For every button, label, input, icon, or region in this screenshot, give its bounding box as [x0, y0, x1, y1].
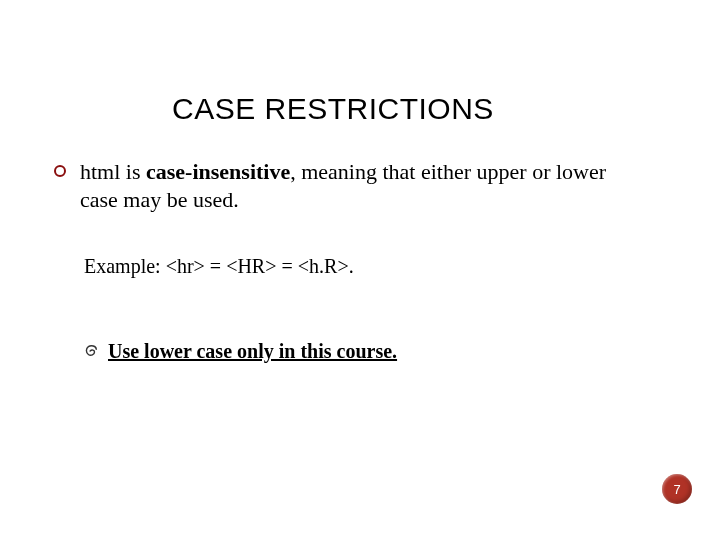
bullet-pre: html is	[80, 159, 146, 184]
page-number-badge: 7	[662, 474, 692, 504]
ring-bullet-icon	[54, 165, 66, 177]
slide-title: CASE RESTRICTIONS	[48, 0, 672, 126]
bullet-bold: case-insensitive	[146, 159, 290, 184]
example-text: Example: <hr> = <HR> = <h.R>.	[54, 213, 672, 278]
bullet-item: html is case-insensitive, meaning that e…	[54, 158, 672, 213]
sub-bullet-text: Use lower case only in this course.	[108, 340, 397, 363]
slide: CASE RESTRICTIONS html is case-insensiti…	[0, 0, 720, 540]
page-number: 7	[673, 482, 680, 497]
bullet-text: html is case-insensitive, meaning that e…	[80, 158, 640, 213]
slide-body: html is case-insensitive, meaning that e…	[48, 126, 672, 363]
swirl-bullet-icon	[84, 344, 98, 358]
sub-bullet-item: Use lower case only in this course.	[54, 278, 672, 363]
